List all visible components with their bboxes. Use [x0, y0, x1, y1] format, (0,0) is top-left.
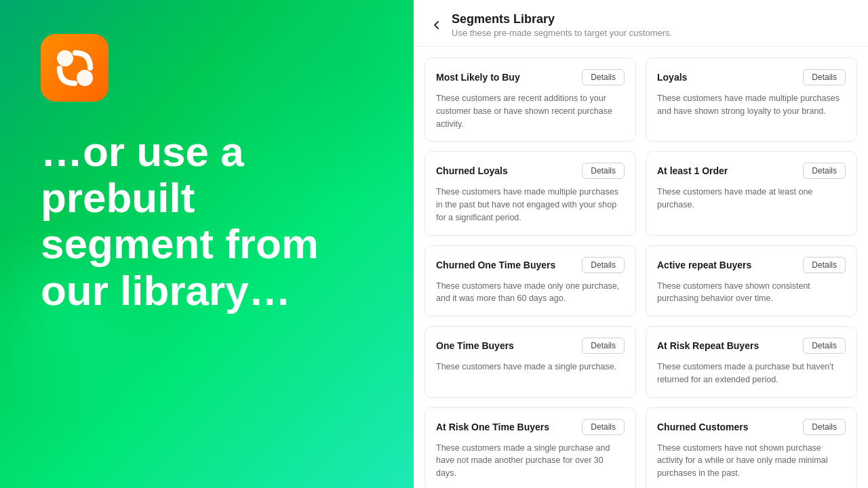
segment-card: Churned Customers Details These customer…: [646, 407, 857, 489]
card-description: These customers are recent additions to …: [436, 92, 625, 130]
right-panel: Segments Library Use these pre-made segm…: [414, 0, 868, 488]
left-panel: …or use a prebuilt segment from our libr…: [0, 0, 414, 488]
segments-title: Segments Library: [452, 12, 672, 26]
svg-point-0: [57, 50, 73, 66]
card-header: At least 1 Order Details: [657, 163, 846, 179]
card-description: These customers have made at least one p…: [657, 186, 846, 211]
card-header: Churned Customers Details: [657, 419, 846, 435]
app-logo: [41, 34, 108, 102]
card-title: At Risk One Time Buyers: [436, 422, 549, 432]
card-title: At least 1 Order: [657, 165, 728, 176]
segment-card: Active repeat Buyers Details These custo…: [646, 245, 857, 317]
card-title: Churned Customers: [657, 422, 749, 432]
card-title: Churned One Time Buyers: [436, 260, 555, 270]
header-text-group: Segments Library Use these pre-made segm…: [452, 12, 672, 38]
details-button[interactable]: Details: [582, 257, 625, 273]
details-button[interactable]: Details: [582, 338, 625, 354]
segments-container: Segments Library Use these pre-made segm…: [414, 0, 868, 488]
card-description: These customers have made a single purch…: [436, 361, 625, 373]
card-title: Loyals: [657, 72, 687, 83]
card-header: One Time Buyers Details: [436, 338, 625, 354]
segment-card: At least 1 Order Details These customers…: [646, 151, 857, 235]
segment-card: Churned One Time Buyers Details These cu…: [425, 245, 636, 317]
card-description: These customers have made multiple purch…: [436, 186, 625, 224]
details-button[interactable]: Details: [803, 163, 846, 179]
back-button[interactable]: [430, 18, 443, 32]
segment-card: At Risk One Time Buyers Details These cu…: [425, 407, 636, 489]
segments-subtitle: Use these pre-made segments to target yo…: [452, 28, 672, 38]
card-header: Active repeat Buyers Details: [657, 257, 846, 273]
segment-card: One Time Buyers Details These customers …: [425, 326, 636, 398]
card-description: These customers have made only one purch…: [436, 280, 625, 306]
card-title: Most Likely to Buy: [436, 72, 520, 83]
details-button[interactable]: Details: [582, 419, 625, 435]
card-title: One Time Buyers: [436, 340, 514, 351]
details-button[interactable]: Details: [803, 69, 846, 85]
card-description: These customers made a purchase but have…: [657, 361, 846, 386]
segment-card: Churned Loyals Details These customers h…: [425, 151, 636, 235]
segment-card: Most Likely to Buy Details These custome…: [425, 58, 636, 142]
svg-point-1: [77, 70, 93, 86]
details-button[interactable]: Details: [803, 257, 846, 273]
card-header: At Risk One Time Buyers Details: [436, 419, 625, 435]
hero-text: …or use a prebuilt segment from our libr…: [41, 129, 373, 314]
card-header: Churned Loyals Details: [436, 163, 625, 179]
card-description: These customers have shown consistent pu…: [657, 280, 846, 306]
details-button[interactable]: Details: [582, 69, 625, 85]
segments-grid: Most Likely to Buy Details These custome…: [414, 47, 868, 488]
card-header: At Risk Repeat Buyers Details: [657, 338, 846, 354]
card-title: Churned Loyals: [436, 165, 508, 176]
card-title: Active repeat Buyers: [657, 260, 751, 270]
card-description: These customers have made multiple purch…: [657, 92, 846, 118]
segment-card: Loyals Details These customers have made…: [646, 58, 857, 142]
card-title: At Risk Repeat Buyers: [657, 340, 759, 351]
segment-card: At Risk Repeat Buyers Details These cust…: [646, 326, 857, 398]
segments-header: Segments Library Use these pre-made segm…: [414, 0, 868, 47]
details-button[interactable]: Details: [803, 338, 846, 354]
card-description: These customers made a single purchase a…: [436, 442, 625, 480]
card-header: Most Likely to Buy Details: [436, 69, 625, 85]
card-header: Churned One Time Buyers Details: [436, 257, 625, 273]
card-header: Loyals Details: [657, 69, 846, 85]
details-button[interactable]: Details: [582, 163, 625, 179]
card-description: These customers have not shown purchase …: [657, 442, 846, 480]
logo-icon: [53, 46, 97, 90]
details-button[interactable]: Details: [803, 419, 846, 435]
